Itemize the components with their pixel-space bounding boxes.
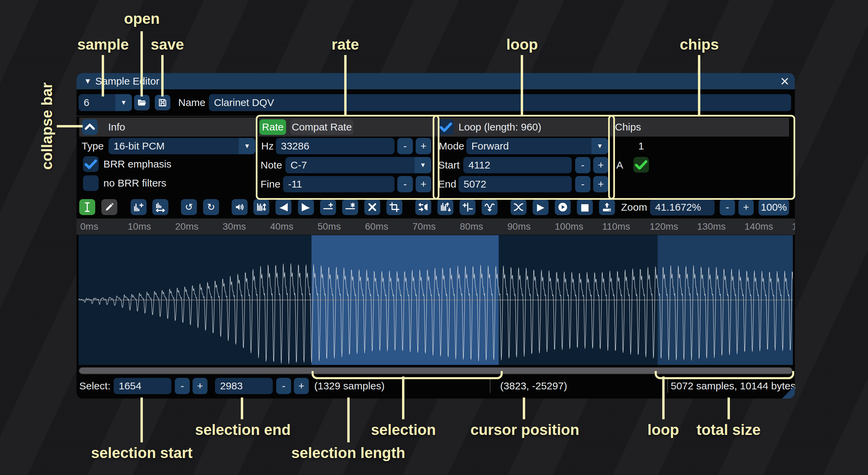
delete-button[interactable] <box>364 199 380 215</box>
callout-line <box>344 55 347 116</box>
sample-editor-screenshot: ▼ Sample Editor × 6 ▼ Name Clarinet DQV … <box>0 0 868 475</box>
zoom-reset-button[interactable]: 100% <box>758 199 789 215</box>
callout-line <box>161 55 164 96</box>
reverse-button[interactable] <box>415 199 431 215</box>
brr-emphasis-label: BRR emphasis <box>103 156 171 173</box>
fade-out-button[interactable] <box>298 199 314 215</box>
callout-line <box>140 31 143 96</box>
preview-icon <box>557 201 568 213</box>
selection-start-decrement-button[interactable]: - <box>175 378 190 394</box>
selection-end-input[interactable]: 2983 <box>215 378 273 394</box>
open-sample-button[interactable] <box>134 95 150 110</box>
window-titlebar[interactable] <box>77 73 795 89</box>
close-icon[interactable]: × <box>777 74 792 89</box>
callout-line <box>57 125 83 127</box>
sign-exchange-icon <box>462 201 473 213</box>
select-label: Select: <box>79 378 111 394</box>
resize-button[interactable] <box>131 199 147 215</box>
ruler-tick-label: 50ms <box>318 218 341 235</box>
ruler-tick-label: 0ms <box>80 218 98 235</box>
insert-silence-button[interactable] <box>320 199 336 215</box>
ruler-tick-label: 70ms <box>413 218 436 235</box>
name-label: Name <box>178 94 205 111</box>
chevron-down-icon: ▼ <box>239 138 255 154</box>
normalize-button[interactable] <box>253 199 269 215</box>
reverse-icon <box>418 201 429 213</box>
callout-line <box>728 398 730 419</box>
play-icon: ▶ <box>537 199 545 215</box>
select-mode-icon <box>82 201 93 213</box>
undo-button[interactable]: ↺ <box>181 199 197 215</box>
cursor-position-text: (3823, -25297) <box>491 378 577 394</box>
selection-start-input[interactable]: 1654 <box>114 378 171 394</box>
waveform-display[interactable] <box>79 235 793 365</box>
selection-end-decrement-button[interactable]: - <box>276 378 291 394</box>
sample-name-input[interactable]: Clarinet DQV <box>209 94 791 111</box>
select-mode-button[interactable] <box>79 199 95 215</box>
selection-start-increment-button[interactable]: + <box>193 378 207 394</box>
sign-exchange-button[interactable] <box>460 199 475 215</box>
window-title: Sample Editor <box>95 73 159 89</box>
loop-callout-box <box>433 115 615 200</box>
trim-button[interactable] <box>386 199 402 215</box>
stop-button[interactable]: ■ <box>577 199 593 215</box>
create-wavetable-button[interactable] <box>599 199 615 215</box>
amplify-button[interactable] <box>232 199 248 215</box>
loop-callout-bracket <box>655 371 794 379</box>
callout-line <box>241 398 243 419</box>
crossfade-loop-points-button[interactable] <box>511 199 527 215</box>
annotation-collapse-bar: collapse bar <box>38 83 55 170</box>
annotation-cursor-position: cursor position <box>470 421 579 438</box>
brr-emphasis-checkbox[interactable] <box>83 156 99 172</box>
no-brr-filters-checkbox[interactable] <box>83 175 99 191</box>
callout-line <box>102 55 104 96</box>
ruler-tick-label: 120ms <box>650 218 678 235</box>
sample-type-dropdown[interactable]: 16-bit PCM ▼ <box>108 138 255 154</box>
annotation-loop-bottom: loop <box>648 421 679 438</box>
resample-icon <box>155 201 166 213</box>
window-collapse-triangle-icon[interactable]: ▼ <box>82 73 94 89</box>
selection-start-value: 1654 <box>114 378 171 394</box>
redo-button[interactable]: ↻ <box>203 199 219 215</box>
time-ruler: 0ms10ms20ms30ms40ms50ms60ms70ms80ms90ms1… <box>77 218 795 235</box>
zoom-out-button[interactable]: - <box>720 199 735 215</box>
info-panel-header <box>79 118 257 137</box>
floppy-save-icon <box>157 98 168 108</box>
collapse-bar-button[interactable] <box>82 119 98 135</box>
annotation-rate: rate <box>332 36 359 53</box>
create-wavetable-icon <box>601 201 613 213</box>
resample-button[interactable] <box>152 199 168 215</box>
zoom-in-button[interactable]: + <box>738 199 754 215</box>
selection-end-value: 2983 <box>215 378 273 394</box>
chevron-up-icon <box>82 119 98 135</box>
ruler-tick-label: 40ms <box>270 218 293 235</box>
preview-button[interactable] <box>555 199 571 215</box>
fade-in-button[interactable] <box>276 199 291 215</box>
divider <box>667 379 668 393</box>
save-sample-button[interactable] <box>155 95 170 110</box>
folder-open-icon <box>137 98 147 108</box>
apply-silence-button[interactable] <box>342 199 358 215</box>
selection-end-increment-button[interactable]: + <box>294 378 309 394</box>
annotation-selection-length: selection length <box>291 444 405 461</box>
annotation-save: save <box>151 36 184 53</box>
ruler-tick-label: 20ms <box>175 218 198 235</box>
ruler-tick-label: 60ms <box>365 218 388 235</box>
annotation-total-size: total size <box>697 421 761 438</box>
fade-out-icon <box>300 201 312 213</box>
annotation-selection-start: selection start <box>91 444 193 461</box>
apply-filter-button[interactable] <box>482 199 498 215</box>
insert-silence-icon <box>322 201 334 213</box>
draw-mode-button[interactable] <box>101 199 117 215</box>
ruler-tick-label: 80ms <box>460 218 483 235</box>
callout-line <box>140 398 143 442</box>
annotation-open: open <box>124 10 160 27</box>
zoom-input[interactable]: 41.1672% <box>650 199 715 215</box>
callout-line <box>523 398 525 419</box>
invert-button[interactable] <box>437 199 453 215</box>
play-button[interactable]: ▶ <box>533 199 549 215</box>
rate-callout-box <box>256 115 439 200</box>
sample-number-dropdown[interactable]: 6 ▼ <box>79 94 132 111</box>
info-panel-title: Info <box>108 118 125 137</box>
total-size-text: 5072 samples, 10144 bytes <box>671 378 796 394</box>
